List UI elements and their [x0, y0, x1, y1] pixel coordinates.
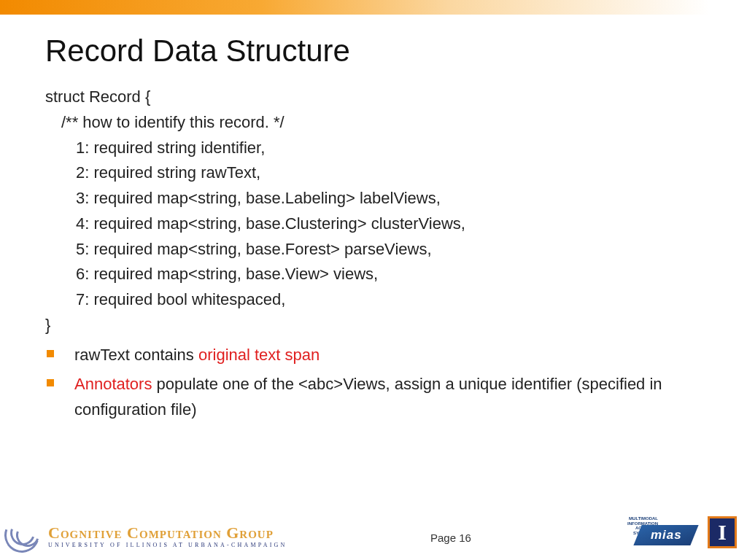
ccg-subtitle: UNIVERSITY OF ILLINOIS AT URBANA-CHAMPAI…: [48, 542, 287, 548]
code-struct-open: struct Record {: [45, 85, 711, 110]
bullet-1-pre: rawText contains: [74, 346, 198, 364]
top-accent-bar: [0, 0, 747, 15]
slide-body: struct Record { /** how to identify this…: [45, 85, 711, 423]
illinois-letter: I: [718, 521, 727, 543]
code-field-4: 4: required map<string, base.Clustering>…: [45, 211, 711, 237]
code-comment: /** how to identify this record. */: [45, 110, 711, 136]
bullet-item-1: rawText contains original text span: [45, 343, 711, 368]
code-field-2: 2: required string rawText,: [45, 160, 711, 186]
slide-title: Record Data Structure: [45, 34, 747, 69]
illinois-logo: I: [708, 516, 737, 548]
code-struct-close: }: [45, 313, 711, 338]
mias-label: mias: [651, 528, 682, 542]
ccg-logo: Cognitive Computation Group UNIVERSITY O…: [4, 518, 287, 548]
code-field-7: 7: required bool whitespaced,: [45, 287, 711, 313]
mias-badge: mias: [633, 525, 698, 545]
square-bullet-icon: [47, 379, 54, 386]
bullet-item-2: Annotators populate one of the <abc>View…: [45, 372, 711, 423]
bullet-1-text: rawText contains original text span: [74, 343, 711, 368]
code-field-6: 6: required map<string, base.View> views…: [45, 262, 711, 287]
bullet-2-emph: Annotators: [74, 375, 152, 393]
square-bullet-icon: [47, 350, 54, 357]
bullet-1-emph: original text span: [198, 346, 320, 364]
bullet-2-text: Annotators populate one of the <abc>View…: [74, 372, 711, 423]
bullet-2-rest: populate one of the <abc>Views, assign a…: [74, 375, 662, 419]
code-field-3: 3: required map<string, base.Labeling> l…: [45, 186, 711, 211]
code-field-5: 5: required map<string, base.Forest> par…: [45, 237, 711, 262]
ccg-name: Cognitive Computation Group: [48, 525, 287, 541]
mias-logo: MULTIMODAL INFORMATION ACCESS & SYNTHESI…: [614, 516, 694, 548]
slide-footer: Cognitive Computation Group UNIVERSITY O…: [0, 512, 747, 553]
bullet-list: rawText contains original text span Anno…: [45, 343, 711, 423]
ccg-logo-text: Cognitive Computation Group UNIVERSITY O…: [48, 525, 287, 548]
page-number: Page 16: [430, 532, 471, 544]
code-field-1: 1: required string identifier,: [45, 136, 711, 161]
swoosh-icon: [4, 518, 45, 548]
